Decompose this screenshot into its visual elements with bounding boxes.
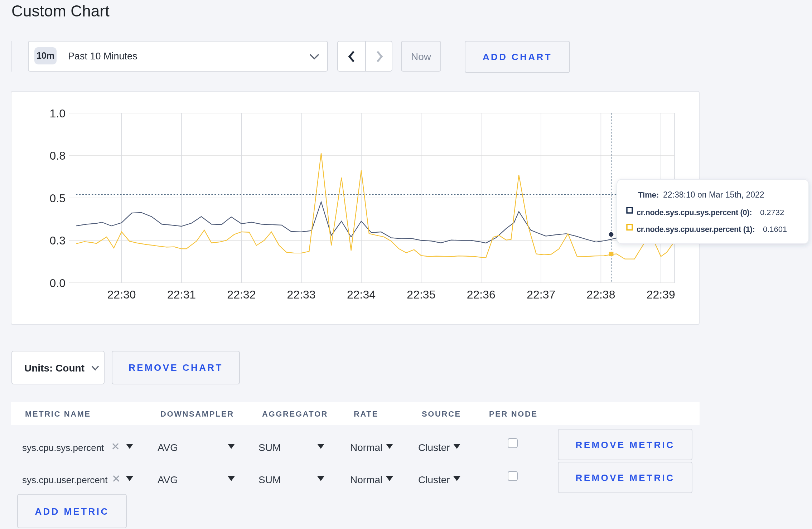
svg-text:0.1601: 0.1601 — [763, 225, 787, 234]
svg-text:0.2732: 0.2732 — [760, 208, 784, 217]
